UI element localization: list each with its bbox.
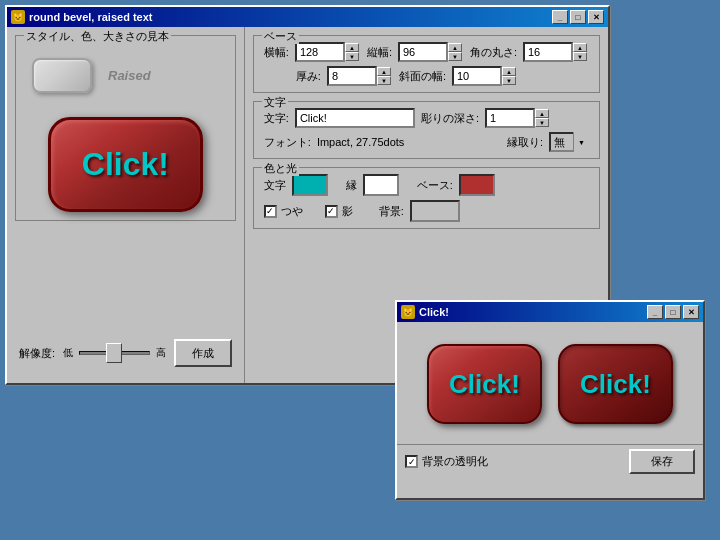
height-down[interactable]: ▼ [448, 52, 462, 61]
width-label: 横幅: [264, 45, 289, 60]
width-field-wrapper: ▲ ▼ [295, 42, 361, 62]
click-text-preview-2: Click! [580, 369, 651, 400]
thickness-label: 厚み: [296, 69, 321, 84]
click-text-preview-1: Click! [449, 369, 520, 400]
click-text-main: Click! [82, 146, 169, 183]
text-row-1: 文字: 彫りの深さ: ▲ ▼ [264, 108, 589, 128]
thickness-spin: ▲ ▼ [377, 67, 393, 85]
edge-color-swatch[interactable] [363, 174, 399, 196]
alias-label: 縁取り: [507, 135, 543, 150]
preview-maximize-button[interactable]: □ [665, 305, 681, 319]
shadow-checkbox[interactable]: ✓ [325, 205, 338, 218]
thickness-down[interactable]: ▼ [377, 76, 391, 85]
main-window-title: round bevel, raised text [29, 11, 152, 23]
preview-group: スタイル、色、大きさの見本 Raised Click! [15, 35, 236, 221]
click-button-preview-1[interactable]: Click! [427, 344, 542, 424]
main-window-icon: 🐱 [11, 10, 25, 24]
text-label: 文字: [264, 111, 289, 126]
alias-select[interactable]: 無 有 [549, 132, 589, 152]
text-row-2: フォント: Impact, 27.75dots 縁取り: 無 有 ▼ [264, 132, 589, 152]
background-color-swatch[interactable] [410, 200, 460, 222]
left-panel: スタイル、色、大きさの見本 Raised Click! 解像度: 低 [7, 27, 245, 383]
base-section: ベース 横幅: ▲ ▼ 縦幅: ▲ [253, 35, 600, 93]
small-button-preview [32, 58, 92, 93]
slider-high-label: 高 [156, 346, 166, 360]
color-row-2: ✓ つや ✓ 影 背景: [264, 200, 589, 222]
height-up[interactable]: ▲ [448, 43, 462, 52]
width-input[interactable] [295, 42, 345, 62]
gloss-label: つや [281, 204, 303, 219]
thickness-input[interactable] [327, 66, 377, 86]
click-button-preview-2[interactable]: Click! [558, 344, 673, 424]
title-buttons: _ □ ✕ [552, 10, 604, 24]
text-color-swatch[interactable] [292, 174, 328, 196]
save-button[interactable]: 保存 [629, 449, 695, 474]
preview-title-bar: 🐱 Click! _ □ ✕ [397, 302, 703, 322]
corner-spin: ▲ ▼ [573, 43, 589, 61]
shadow-checkbox-row: ✓ 影 [325, 204, 353, 219]
font-value: Impact, 27.75dots [317, 136, 501, 148]
color-row-1: 文字 縁 ベース: [264, 174, 589, 196]
preview-close-button[interactable]: ✕ [683, 305, 699, 319]
height-input[interactable] [398, 42, 448, 62]
slope-spin: ▲ ▼ [502, 67, 518, 85]
transparent-checkbox[interactable]: ✓ [405, 455, 418, 468]
height-label: 縦幅: [367, 45, 392, 60]
base-row-1: 横幅: ▲ ▼ 縦幅: ▲ ▼ [264, 42, 589, 62]
slope-up[interactable]: ▲ [502, 67, 516, 76]
preview-area: Raised Click! [24, 44, 227, 212]
gloss-checkbox[interactable]: ✓ [264, 205, 277, 218]
corner-down[interactable]: ▼ [573, 52, 587, 61]
corner-field-wrapper: ▲ ▼ [523, 42, 589, 62]
depth-label: 彫りの深さ: [421, 111, 479, 126]
width-down[interactable]: ▼ [345, 52, 359, 61]
color-section-label: 色と光 [262, 161, 299, 176]
gloss-checkbox-row: ✓ つや [264, 204, 303, 219]
font-label: フォント: [264, 135, 311, 150]
height-field-wrapper: ▲ ▼ [398, 42, 464, 62]
base-color-label: ベース: [417, 178, 453, 193]
main-title-bar: 🐱 round bevel, raised text _ □ ✕ [7, 7, 608, 27]
resolution-slider-thumb[interactable] [106, 343, 122, 363]
slope-label: 斜面の幅: [399, 69, 446, 84]
base-row-2: 厚み: ▲ ▼ 斜面の幅: ▲ ▼ [264, 66, 589, 86]
resolution-slider-track[interactable] [79, 351, 150, 355]
preview-buttons-area: Click! Click! [397, 332, 703, 436]
preview-footer: ✓ 背景の透明化 保存 [397, 444, 703, 478]
maximize-button[interactable]: □ [570, 10, 586, 24]
raised-label: Raised [108, 68, 151, 83]
click-button-main[interactable]: Click! [48, 117, 203, 212]
minimize-button[interactable]: _ [552, 10, 568, 24]
slope-input[interactable] [452, 66, 502, 86]
thickness-up[interactable]: ▲ [377, 67, 391, 76]
depth-field-wrapper: ▲ ▼ [485, 108, 551, 128]
edge-color-label: 縁 [346, 178, 357, 193]
text-input[interactable] [295, 108, 415, 128]
depth-down[interactable]: ▼ [535, 118, 549, 127]
shadow-label: 影 [342, 204, 353, 219]
slider-low-label: 低 [63, 346, 73, 360]
depth-spin: ▲ ▼ [535, 109, 551, 127]
alias-select-wrapper: 無 有 ▼ [549, 132, 589, 152]
preview-minimize-button[interactable]: _ [647, 305, 663, 319]
depth-input[interactable] [485, 108, 535, 128]
transparent-label: 背景の透明化 [422, 454, 488, 469]
text-color-label: 文字 [264, 178, 286, 193]
close-button[interactable]: ✕ [588, 10, 604, 24]
preview-group-label: スタイル、色、大きさの見本 [24, 29, 171, 44]
width-up[interactable]: ▲ [345, 43, 359, 52]
corner-up[interactable]: ▲ [573, 43, 587, 52]
preview-window-title: Click! [419, 306, 449, 318]
slope-down[interactable]: ▼ [502, 76, 516, 85]
background-label: 背景: [379, 204, 404, 219]
preview-window: 🐱 Click! _ □ ✕ Click! Click! ✓ 背景の透明化 保存 [395, 300, 705, 500]
text-section: 文字 文字: 彫りの深さ: ▲ ▼ フォント: Impact, 2 [253, 101, 600, 159]
base-color-swatch[interactable] [459, 174, 495, 196]
resolution-label: 解像度: [19, 346, 55, 361]
depth-up[interactable]: ▲ [535, 109, 549, 118]
slope-field-wrapper: ▲ ▼ [452, 66, 518, 86]
corner-label: 角の丸さ: [470, 45, 517, 60]
corner-input[interactable] [523, 42, 573, 62]
create-button[interactable]: 作成 [174, 339, 232, 367]
thickness-field-wrapper: ▲ ▼ [327, 66, 393, 86]
